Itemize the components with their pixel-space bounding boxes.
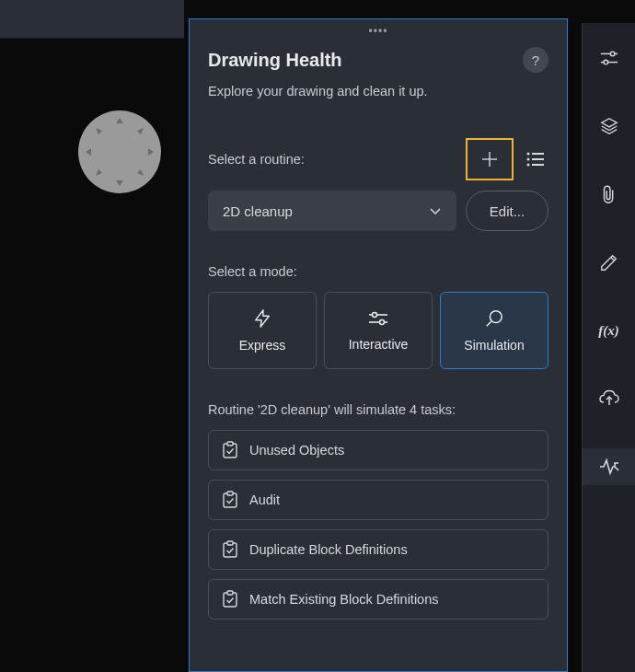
mode-tile-interactive[interactable]: Interactive: [324, 292, 433, 369]
view-navigation-disc[interactable]: [78, 110, 161, 193]
svg-point-20: [380, 320, 385, 325]
svg-marker-5: [137, 128, 144, 134]
svg-marker-0: [116, 118, 123, 123]
task-item[interactable]: Match Existing Block Definitions: [208, 579, 548, 620]
mode-tile-express[interactable]: Express: [208, 292, 317, 369]
paperclip-icon: [600, 184, 618, 204]
pencil-ruler-icon: [599, 252, 619, 272]
sliders-icon: [367, 309, 389, 328]
clipboard-check-icon: [222, 491, 238, 509]
rail-item-settings[interactable]: [583, 40, 636, 76]
task-label: Duplicate Block Definitions: [249, 542, 408, 557]
svg-point-32: [610, 52, 615, 56]
clipboard-check-icon: [222, 540, 238, 559]
svg-line-22: [487, 321, 491, 326]
task-label: Unused Objects: [249, 443, 344, 458]
rail-item-annotate[interactable]: [583, 244, 636, 281]
panel-drag-handle[interactable]: ••••: [369, 25, 388, 38]
app-top-strip: [0, 0, 184, 39]
right-sidebar: f(x): [582, 23, 635, 672]
panel-subtitle: Explore your drawing and clean it up.: [208, 84, 548, 98]
edit-button-label: Edit...: [490, 203, 525, 219]
chevron-down-icon: [429, 204, 442, 217]
svg-rect-13: [532, 158, 544, 160]
rail-item-cloud[interactable]: [583, 380, 636, 417]
clipboard-check-icon: [222, 441, 238, 459]
panel-title: Drawing Health: [208, 50, 342, 71]
svg-marker-7: [137, 169, 144, 176]
health-pulse-icon: [598, 457, 620, 477]
mode-label: Select a mode:: [208, 264, 548, 279]
tasks-header: Routine '2D cleanup' will simulate 4 tas…: [208, 402, 548, 417]
rail-item-layers[interactable]: [583, 108, 636, 145]
svg-marker-16: [256, 310, 270, 327]
plus-icon: [479, 148, 501, 170]
routine-dropdown-value: 2D cleanup: [223, 203, 293, 219]
mode-tile-simulation[interactable]: Simulation: [440, 292, 548, 369]
drawing-health-panel: •••• Drawing Health ? Explore your drawi…: [189, 18, 568, 672]
task-item[interactable]: Unused Objects: [208, 430, 548, 470]
routine-label: Select a routine:: [208, 152, 305, 167]
drawing-canvas[interactable]: [0, 41, 184, 672]
svg-rect-15: [532, 164, 544, 166]
cloud-upload-icon: [598, 389, 620, 408]
svg-rect-24: [227, 442, 233, 446]
task-label: Match Existing Block Definitions: [249, 592, 439, 607]
svg-rect-30: [227, 591, 233, 595]
svg-point-10: [527, 153, 530, 156]
svg-point-18: [373, 313, 377, 318]
svg-marker-35: [601, 119, 617, 127]
rail-item-fx[interactable]: f(x): [583, 312, 636, 349]
task-item[interactable]: Duplicate Block Definitions: [208, 529, 548, 570]
help-button[interactable]: ?: [523, 47, 548, 73]
svg-marker-3: [148, 148, 154, 156]
list-icon: [525, 149, 546, 169]
fx-icon: f(x): [598, 323, 619, 339]
add-routine-button[interactable]: [466, 138, 514, 180]
sliders-icon: [599, 49, 619, 67]
edit-routine-button[interactable]: Edit...: [466, 191, 548, 231]
task-label: Audit: [249, 492, 280, 507]
routine-dropdown[interactable]: 2D cleanup: [208, 191, 456, 231]
svg-marker-1: [116, 180, 123, 186]
svg-marker-4: [96, 128, 102, 134]
magnifier-icon: [484, 308, 504, 329]
svg-rect-28: [227, 541, 233, 545]
task-item[interactable]: Audit: [208, 480, 548, 520]
svg-marker-2: [86, 148, 91, 156]
lightning-icon: [252, 308, 272, 329]
svg-point-21: [490, 311, 502, 323]
rail-item-health[interactable]: [583, 448, 636, 485]
mode-label-simulation: Simulation: [464, 338, 524, 353]
mode-label-express: Express: [239, 338, 286, 353]
svg-rect-11: [532, 153, 544, 155]
svg-marker-6: [96, 169, 102, 176]
clipboard-check-icon: [222, 590, 238, 608]
list-view-button[interactable]: [523, 146, 548, 172]
mode-label-interactive: Interactive: [349, 337, 409, 352]
rail-item-attachment[interactable]: [583, 176, 636, 213]
svg-point-12: [527, 158, 530, 161]
svg-line-36: [610, 258, 614, 261]
svg-rect-26: [227, 492, 233, 495]
svg-point-34: [604, 60, 608, 64]
svg-point-14: [527, 164, 530, 167]
layers-icon: [599, 116, 619, 136]
